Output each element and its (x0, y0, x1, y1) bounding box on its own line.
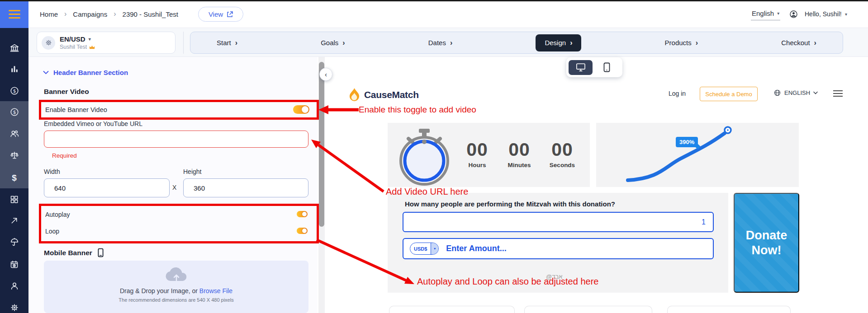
width-input[interactable] (44, 178, 170, 197)
sidebar-item-team[interactable] (0, 126, 28, 141)
caret-down-icon: ▾ (89, 37, 91, 42)
dropzone-hint: The recommended dimensions are 540 X 480… (44, 297, 308, 303)
panel-scrollbar (318, 57, 325, 313)
amount-input[interactable] (446, 244, 713, 253)
user-avatar-icon (789, 10, 798, 19)
dropzone-text: Drag & Drop your Image, or Browse File (44, 287, 308, 294)
dollar-circle-icon: $ (9, 86, 19, 96)
loop-toggle[interactable] (297, 228, 308, 234)
locale-selector[interactable]: EN/USD▾ Sushil Test (37, 32, 175, 54)
sidebar-item-compliance[interactable] (0, 148, 28, 163)
video-url-input[interactable] (44, 131, 308, 148)
globe-icon (773, 89, 781, 97)
watermark-text: @אבד (546, 273, 562, 280)
gear-icon (9, 303, 19, 313)
donation-form-card: How many people are performing the Mitzv… (388, 193, 728, 293)
step-checkout[interactable]: Checkout› (781, 39, 816, 47)
campaign-subheader: EN/USD▾ Sushil Test Start› Goals› Dates›… (28, 28, 868, 57)
window-top-edge (0, 0, 868, 1)
quantity-input[interactable] (403, 212, 714, 232)
step-goals[interactable]: Goals› (321, 39, 345, 47)
loop-label: Loop (45, 228, 59, 235)
caret-down-icon: ▾ (431, 243, 438, 255)
sidebar-item-events[interactable] (0, 257, 28, 272)
step-dates[interactable]: Dates› (428, 39, 453, 47)
width-label: Width (44, 168, 60, 175)
campaign-preview: CauseMatch Log in Schedule a Demo ENGLIS… (325, 57, 868, 313)
brand-name: CauseMatch (364, 89, 419, 100)
mobile-preview-button[interactable] (595, 60, 619, 75)
campaign-name-label: Sushil Test (60, 44, 87, 50)
breadcrumb-home[interactable]: Home (40, 10, 58, 18)
sidebar-item-bank[interactable] (0, 40, 28, 56)
user-menu[interactable]: Hello, Sushil! (805, 0, 842, 28)
height-input[interactable] (183, 178, 308, 197)
login-link[interactable]: Log in (669, 90, 686, 97)
donation-question: How many people are performing the Mitzv… (405, 200, 615, 208)
desktop-preview-button[interactable] (569, 60, 593, 75)
scrollbar-thumb[interactable] (319, 62, 324, 227)
caret-down-icon[interactable]: ▾ (845, 0, 847, 28)
required-error: Required (52, 152, 77, 159)
url-label: Embedded Vimeo or YouTube URL (44, 120, 142, 127)
autoplay-toggle[interactable] (297, 211, 308, 217)
sidebar-item-finance[interactable]: $ (0, 170, 28, 186)
preview-card (524, 306, 652, 313)
schedule-demo-button[interactable]: Schedule a Demo (700, 87, 758, 101)
browse-file-link[interactable]: Browse File (199, 287, 232, 294)
site-language-label: ENGLISH (784, 89, 810, 96)
chevron-right-icon: › (696, 39, 698, 47)
svg-text:$: $ (13, 109, 16, 115)
panel-collapse-button[interactable]: ‹ (319, 68, 332, 81)
umbrella-icon (9, 237, 19, 247)
bank-icon (9, 43, 19, 53)
stopwatch-icon (399, 128, 450, 186)
app-screen: Home › Campaigns › 2390 - Sushil_Test Vi… (0, 0, 868, 313)
amount-field: USD$ ▾ (403, 238, 714, 259)
device-preview-toggle (566, 57, 622, 77)
bar-chart-icon (10, 65, 19, 74)
sidebar-item-insurance[interactable] (0, 234, 28, 250)
caret-down-icon: ▾ (777, 11, 779, 16)
step-products[interactable]: Products› (665, 39, 698, 47)
sidebar-item-growth[interactable] (0, 213, 28, 228)
step-start[interactable]: Start› (217, 39, 237, 47)
banner-video-title: Banner Video (44, 88, 89, 96)
breadcrumb-campaigns[interactable]: Campaigns (73, 10, 107, 18)
sidebar-item-apps[interactable] (0, 192, 28, 207)
chevron-right-icon: › (64, 10, 66, 18)
chevron-right-icon: › (114, 10, 116, 18)
header-banner-section-toggle[interactable]: Header Banner Section (43, 69, 128, 76)
chevron-right-icon: › (235, 39, 237, 47)
autoplay-label: Autoplay (45, 211, 70, 218)
avatar[interactable] (789, 10, 798, 20)
image-dropzone[interactable]: Drag & Drop your Image, or Browse File T… (44, 261, 308, 313)
language-label: English (752, 9, 774, 17)
countdown-timer-card: 00 Hours 00 Minutes 00 Seconds (388, 123, 590, 187)
calendar-icon (9, 260, 19, 269)
menu-button[interactable] (0, 0, 28, 28)
enable-banner-video-toggle[interactable] (293, 105, 309, 114)
site-menu-button[interactable] (833, 90, 843, 97)
enable-banner-video-label: Enable Banner Video (45, 106, 107, 113)
view-button[interactable]: View (198, 7, 243, 22)
chevron-right-icon: › (814, 39, 816, 47)
sidebar-item-analytics[interactable] (0, 61, 28, 77)
user-icon (9, 281, 19, 291)
sidebar-item-profile[interactable] (0, 278, 28, 294)
timer-hours: 00 Hours (455, 139, 500, 168)
arrow-up-right-icon (9, 216, 19, 225)
preview-card (667, 306, 791, 313)
donate-now-button[interactable]: Donate Now! (734, 193, 799, 293)
sidebar-item-payments[interactable]: $ (0, 104, 28, 120)
causematch-logo[interactable]: CauseMatch (349, 88, 419, 102)
sidebar-item-donations[interactable]: $ (0, 83, 28, 98)
currency-select[interactable]: USD$ ▾ (410, 243, 439, 255)
sidebar-item-settings[interactable] (0, 300, 28, 313)
step-design[interactable]: Design› (536, 34, 581, 51)
site-language-select[interactable]: ENGLISH (773, 89, 818, 97)
admin-language-select[interactable]: English▾ (751, 0, 780, 28)
breadcrumb-campaign-name: 2390 - Sushil_Test (123, 10, 178, 18)
chevron-down-icon (43, 70, 49, 75)
height-label: Height (183, 168, 201, 175)
